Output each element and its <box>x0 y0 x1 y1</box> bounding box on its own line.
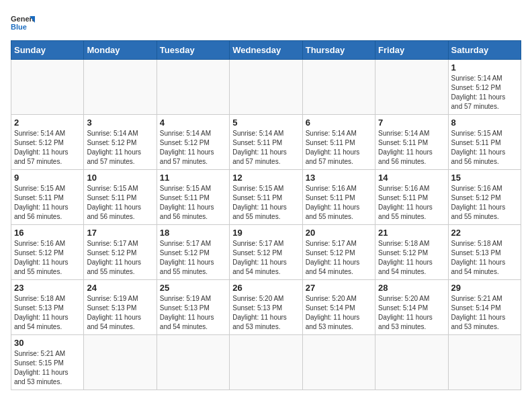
calendar-cell <box>302 335 375 390</box>
calendar-cell <box>375 335 448 390</box>
calendar-cell: 6Sunrise: 5:14 AM Sunset: 5:11 PM Daylig… <box>302 115 375 170</box>
day-number: 20 <box>306 228 372 238</box>
day-number: 21 <box>378 228 445 238</box>
calendar-row: 1Sunrise: 5:14 AM Sunset: 5:12 PM Daylig… <box>11 60 521 115</box>
day-info: Sunrise: 5:20 AM Sunset: 5:13 PM Dayligh… <box>232 294 299 332</box>
weekday-header: Friday <box>375 41 448 60</box>
day-number: 30 <box>14 338 81 348</box>
day-info: Sunrise: 5:14 AM Sunset: 5:11 PM Dayligh… <box>232 129 299 167</box>
calendar-cell: 13Sunrise: 5:16 AM Sunset: 5:11 PM Dayli… <box>302 170 375 225</box>
calendar-table: SundayMondayTuesdayWednesdayThursdayFrid… <box>11 40 521 390</box>
calendar-cell <box>230 335 302 390</box>
weekday-header: Sunday <box>11 41 84 60</box>
calendar-cell: 23Sunrise: 5:18 AM Sunset: 5:13 PM Dayli… <box>11 280 84 335</box>
calendar-row: 9Sunrise: 5:15 AM Sunset: 5:11 PM Daylig… <box>11 170 521 225</box>
day-info: Sunrise: 5:21 AM Sunset: 5:15 PM Dayligh… <box>14 349 81 387</box>
calendar-cell: 9Sunrise: 5:15 AM Sunset: 5:11 PM Daylig… <box>11 170 84 225</box>
weekday-header: Monday <box>84 41 157 60</box>
day-info: Sunrise: 5:14 AM Sunset: 5:11 PM Dayligh… <box>378 129 445 167</box>
calendar-row: 30Sunrise: 5:21 AM Sunset: 5:15 PM Dayli… <box>11 335 521 390</box>
day-number: 17 <box>87 228 153 238</box>
logo: General Blue <box>11 11 35 35</box>
calendar-cell <box>84 60 157 115</box>
day-number: 15 <box>451 173 518 183</box>
calendar-cell <box>448 335 521 390</box>
day-info: Sunrise: 5:16 AM Sunset: 5:11 PM Dayligh… <box>378 184 445 222</box>
calendar-cell: 5Sunrise: 5:14 AM Sunset: 5:11 PM Daylig… <box>230 115 302 170</box>
day-info: Sunrise: 5:18 AM Sunset: 5:12 PM Dayligh… <box>378 239 445 277</box>
day-number: 12 <box>232 173 299 183</box>
day-number: 11 <box>160 173 226 183</box>
calendar-cell: 12Sunrise: 5:15 AM Sunset: 5:11 PM Dayli… <box>230 170 302 225</box>
day-number: 10 <box>87 173 153 183</box>
calendar-cell: 25Sunrise: 5:19 AM Sunset: 5:13 PM Dayli… <box>157 280 229 335</box>
weekday-header: Thursday <box>302 41 375 60</box>
day-info: Sunrise: 5:15 AM Sunset: 5:11 PM Dayligh… <box>87 184 153 222</box>
calendar-cell: 2Sunrise: 5:14 AM Sunset: 5:12 PM Daylig… <box>11 115 84 170</box>
calendar-cell: 18Sunrise: 5:17 AM Sunset: 5:12 PM Dayli… <box>157 225 229 280</box>
calendar-cell: 30Sunrise: 5:21 AM Sunset: 5:15 PM Dayli… <box>11 335 84 390</box>
day-info: Sunrise: 5:18 AM Sunset: 5:13 PM Dayligh… <box>14 294 81 332</box>
calendar-cell: 7Sunrise: 5:14 AM Sunset: 5:11 PM Daylig… <box>375 115 448 170</box>
svg-text:General: General <box>11 15 35 23</box>
header: General Blue <box>11 11 521 35</box>
day-info: Sunrise: 5:16 AM Sunset: 5:12 PM Dayligh… <box>451 184 518 222</box>
day-info: Sunrise: 5:14 AM Sunset: 5:12 PM Dayligh… <box>451 74 518 111</box>
calendar-cell: 21Sunrise: 5:18 AM Sunset: 5:12 PM Dayli… <box>375 225 448 280</box>
day-info: Sunrise: 5:15 AM Sunset: 5:11 PM Dayligh… <box>451 129 518 167</box>
calendar-row: 16Sunrise: 5:16 AM Sunset: 5:12 PM Dayli… <box>11 225 521 280</box>
day-number: 26 <box>232 283 299 293</box>
calendar-row: 2Sunrise: 5:14 AM Sunset: 5:12 PM Daylig… <box>11 115 521 170</box>
calendar-cell: 15Sunrise: 5:16 AM Sunset: 5:12 PM Dayli… <box>448 170 521 225</box>
weekday-header-row: SundayMondayTuesdayWednesdayThursdayFrid… <box>11 41 521 60</box>
calendar-cell: 16Sunrise: 5:16 AM Sunset: 5:12 PM Dayli… <box>11 225 84 280</box>
day-number: 22 <box>451 228 518 238</box>
svg-text:Blue: Blue <box>11 23 27 31</box>
day-info: Sunrise: 5:21 AM Sunset: 5:14 PM Dayligh… <box>451 294 518 332</box>
day-info: Sunrise: 5:16 AM Sunset: 5:12 PM Dayligh… <box>14 239 81 277</box>
calendar-cell <box>11 60 84 115</box>
day-number: 2 <box>14 118 81 128</box>
day-info: Sunrise: 5:15 AM Sunset: 5:11 PM Dayligh… <box>160 184 226 222</box>
calendar-cell <box>84 335 157 390</box>
calendar-cell: 28Sunrise: 5:20 AM Sunset: 5:14 PM Dayli… <box>375 280 448 335</box>
day-info: Sunrise: 5:17 AM Sunset: 5:12 PM Dayligh… <box>232 239 299 277</box>
calendar-cell: 10Sunrise: 5:15 AM Sunset: 5:11 PM Dayli… <box>84 170 157 225</box>
calendar-cell <box>230 60 302 115</box>
day-info: Sunrise: 5:14 AM Sunset: 5:12 PM Dayligh… <box>160 129 226 167</box>
day-number: 19 <box>232 228 299 238</box>
calendar-cell: 11Sunrise: 5:15 AM Sunset: 5:11 PM Dayli… <box>157 170 229 225</box>
day-number: 3 <box>87 118 153 128</box>
day-number: 1 <box>451 62 518 73</box>
day-info: Sunrise: 5:17 AM Sunset: 5:12 PM Dayligh… <box>160 239 226 277</box>
day-number: 4 <box>160 118 226 128</box>
day-info: Sunrise: 5:14 AM Sunset: 5:12 PM Dayligh… <box>14 129 81 167</box>
weekday-header: Wednesday <box>230 41 302 60</box>
day-info: Sunrise: 5:20 AM Sunset: 5:14 PM Dayligh… <box>306 294 372 332</box>
day-info: Sunrise: 5:15 AM Sunset: 5:11 PM Dayligh… <box>14 184 81 222</box>
day-number: 27 <box>306 283 372 293</box>
calendar-cell: 26Sunrise: 5:20 AM Sunset: 5:13 PM Dayli… <box>230 280 302 335</box>
weekday-header: Saturday <box>448 41 521 60</box>
calendar-cell: 27Sunrise: 5:20 AM Sunset: 5:14 PM Dayli… <box>302 280 375 335</box>
logo-icon: General Blue <box>11 11 35 35</box>
calendar-cell: 14Sunrise: 5:16 AM Sunset: 5:11 PM Dayli… <box>375 170 448 225</box>
day-number: 7 <box>378 118 445 128</box>
calendar-cell: 20Sunrise: 5:17 AM Sunset: 5:12 PM Dayli… <box>302 225 375 280</box>
calendar-cell: 29Sunrise: 5:21 AM Sunset: 5:14 PM Dayli… <box>448 280 521 335</box>
day-number: 28 <box>378 283 445 293</box>
calendar-row: 23Sunrise: 5:18 AM Sunset: 5:13 PM Dayli… <box>11 280 521 335</box>
calendar-cell: 3Sunrise: 5:14 AM Sunset: 5:12 PM Daylig… <box>84 115 157 170</box>
day-info: Sunrise: 5:16 AM Sunset: 5:11 PM Dayligh… <box>306 184 372 222</box>
day-info: Sunrise: 5:19 AM Sunset: 5:13 PM Dayligh… <box>87 294 153 332</box>
calendar-cell: 1Sunrise: 5:14 AM Sunset: 5:12 PM Daylig… <box>448 60 521 115</box>
calendar-cell: 22Sunrise: 5:18 AM Sunset: 5:13 PM Dayli… <box>448 225 521 280</box>
day-number: 9 <box>14 173 81 183</box>
day-number: 16 <box>14 228 81 238</box>
day-info: Sunrise: 5:14 AM Sunset: 5:12 PM Dayligh… <box>87 129 153 167</box>
day-number: 5 <box>232 118 299 128</box>
day-number: 6 <box>306 118 372 128</box>
day-number: 29 <box>451 283 518 293</box>
day-number: 13 <box>306 173 372 183</box>
calendar-cell: 8Sunrise: 5:15 AM Sunset: 5:11 PM Daylig… <box>448 115 521 170</box>
